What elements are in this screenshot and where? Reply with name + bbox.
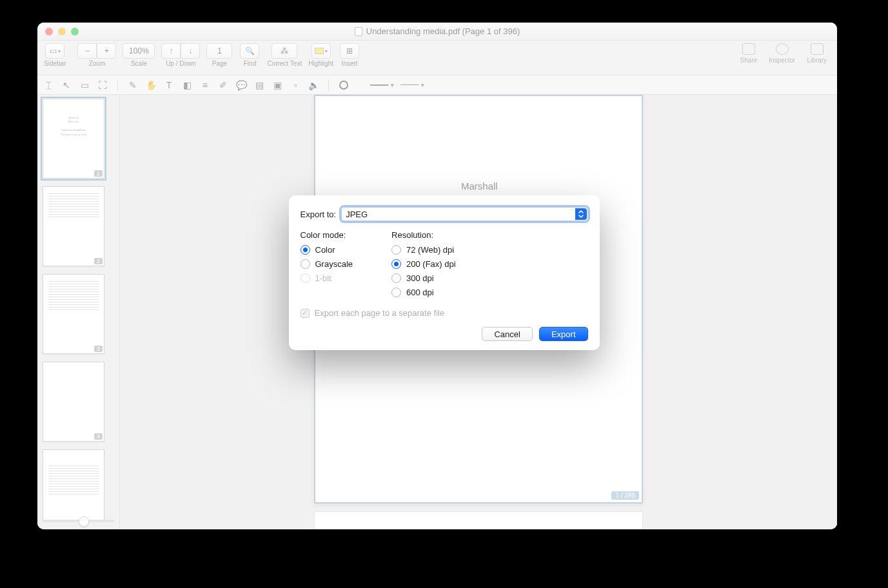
page-thumbnail[interactable]: 3	[43, 274, 104, 354]
share-button[interactable]: Share	[740, 43, 758, 64]
page-thumbnail[interactable]	[43, 449, 104, 520]
thumbnail-page-number: 4	[94, 433, 103, 440]
export-to-label: Export to:	[301, 210, 337, 219]
page-up-button[interactable]: ↑	[161, 43, 181, 59]
page-field[interactable]: 1	[206, 43, 232, 59]
document-icon	[355, 27, 362, 36]
thumbnail-page-number: 1	[94, 170, 103, 177]
radio-icon	[301, 259, 310, 269]
thumbnail-page-number: 3	[94, 346, 103, 352]
updown-label: Up / Down	[166, 60, 196, 67]
zoom-in-button[interactable]: +	[97, 43, 116, 59]
export-format-value: JPEG	[346, 210, 368, 219]
color-mode-group: Color mode: Color Grayscale 1-bit	[301, 230, 353, 302]
radio-icon	[391, 288, 401, 297]
line-style-dropdown[interactable]: ▾	[370, 82, 394, 88]
window-title: Understanding media.pdf (Page 1 of 396)	[37, 26, 837, 36]
line-weight-dropdown[interactable]: ▾	[400, 82, 424, 88]
zoom-out-button[interactable]: −	[77, 43, 97, 59]
page-thumbnail[interactable]: MarshallMcLuhanUnderstanding MediaThe ex…	[43, 99, 104, 179]
resolution-72-radio[interactable]: 72 (Web) dpi	[391, 245, 456, 255]
export-button[interactable]: Export	[539, 327, 588, 341]
annotation-toolbar: ⌶ ↖ ▭ ⛶ ✎ ✋ T ◧ ≡ ✐ 💬 ▤ ▣ ▫ 🔈 ▾ ▾	[37, 75, 837, 95]
export-dialog: Export to: JPEG Color mode: Color Graysc…	[289, 195, 600, 350]
page-label: Page	[212, 60, 227, 67]
thumbnail-page-number: 2	[94, 258, 103, 264]
export-format-dropdown[interactable]: JPEG	[341, 207, 587, 221]
sound-tool[interactable]: 🔈	[308, 79, 319, 91]
scale-field[interactable]: 100%	[123, 43, 155, 59]
color-mode-color-radio[interactable]: Color	[301, 245, 353, 255]
sidebar-label: Sidebar	[44, 60, 66, 67]
area-select-tool[interactable]: ▭	[79, 79, 90, 91]
crop-tool[interactable]: ⛶	[97, 79, 108, 91]
color-mode-1bit-radio: 1-bit	[301, 273, 353, 283]
radio-icon	[301, 245, 310, 255]
comment-tool[interactable]: 💬	[235, 79, 247, 91]
color-mode-label: Color mode:	[301, 230, 353, 240]
checkbox-icon: ✓	[301, 309, 310, 318]
window-title-text: Understanding media.pdf (Page 1 of 396)	[366, 26, 520, 36]
page-down-button[interactable]: ↓	[181, 43, 200, 59]
text-select-tool[interactable]: ⌶	[43, 79, 54, 91]
resolution-label: Resolution:	[391, 230, 456, 240]
radio-icon	[391, 273, 401, 283]
eraser-tool[interactable]: ◧	[181, 79, 193, 91]
resolution-group: Resolution: 72 (Web) dpi 200 (Fax) dpi 3…	[391, 230, 456, 302]
radio-icon	[391, 245, 401, 255]
library-icon	[811, 43, 824, 55]
inspector-icon	[776, 43, 789, 55]
scale-label: Scale	[131, 60, 147, 67]
shape-tool[interactable]: ▫	[290, 79, 301, 91]
cancel-button[interactable]: Cancel	[482, 327, 532, 341]
titlebar: Understanding media.pdf (Page 1 of 396)	[37, 23, 837, 41]
page-indicator-badge: 1 / 396	[611, 491, 639, 500]
separate-files-checkbox: ✓ Export each page to a separate file	[301, 308, 588, 318]
pencil-tool[interactable]: ✎	[127, 79, 139, 91]
stamp-tool[interactable]: ▣	[271, 79, 283, 91]
correct-text-button[interactable]: ⁂	[271, 43, 297, 59]
insert-button[interactable]: ⊞	[340, 43, 359, 59]
thumbnail-zoom-slider[interactable]	[43, 516, 114, 525]
note-tool[interactable]: ▤	[253, 79, 265, 91]
resolution-600-radio[interactable]: 600 dpi	[391, 288, 456, 297]
text-tool[interactable]: T	[163, 79, 175, 91]
pointer-tool[interactable]: ↖	[61, 79, 72, 91]
hand-tool[interactable]: ✋	[145, 79, 157, 91]
dropdown-arrows-icon	[575, 208, 587, 220]
document-page-next	[314, 511, 643, 529]
highlight-button[interactable]: ▾	[311, 43, 331, 59]
line-spacing-tool[interactable]: ≡	[199, 79, 211, 91]
sidebar-toggle-button[interactable]: ▭▾	[45, 43, 64, 59]
page-thumbnail[interactable]: 2	[43, 186, 104, 266]
radio-icon	[391, 259, 401, 269]
share-icon	[742, 43, 755, 55]
radio-icon	[301, 273, 310, 283]
thumbnails-sidebar: MarshallMcLuhanUnderstanding MediaThe ex…	[37, 95, 120, 529]
main-toolbar: ▭▾ Sidebar − + Zoom 100% Scale ↑ ↓ Up / …	[37, 41, 837, 75]
marker-tool[interactable]: ✐	[217, 79, 229, 91]
find-button[interactable]: 🔍	[240, 43, 259, 59]
library-button[interactable]: Library	[807, 43, 827, 64]
inspector-button[interactable]: Inspector	[769, 43, 795, 64]
page-thumbnail[interactable]: 4	[43, 362, 104, 442]
highlight-label: Highlight	[308, 60, 333, 67]
insert-label: Insert	[342, 60, 358, 67]
find-label: Find	[244, 60, 256, 67]
resolution-200-radio[interactable]: 200 (Fax) dpi	[391, 259, 456, 269]
correct-label: Correct Text	[267, 60, 302, 67]
color-mode-grayscale-radio[interactable]: Grayscale	[301, 259, 353, 269]
zoom-label: Zoom	[89, 60, 106, 67]
resolution-300-radio[interactable]: 300 dpi	[391, 273, 456, 283]
circle-shape-icon[interactable]	[338, 79, 350, 91]
